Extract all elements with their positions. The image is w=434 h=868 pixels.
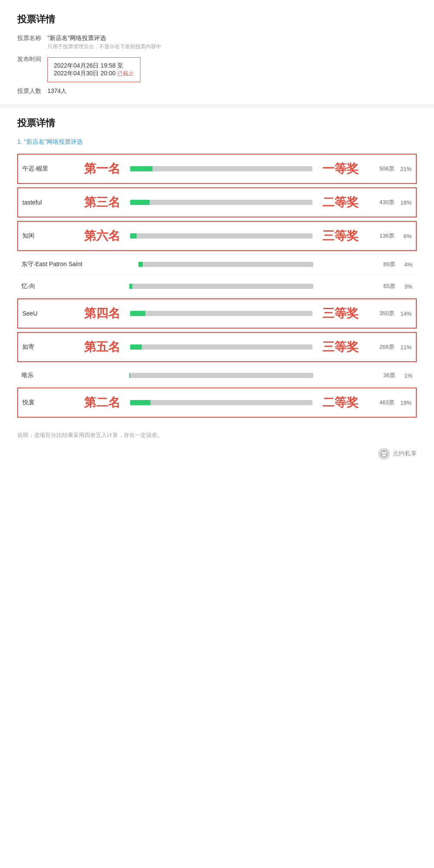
vote-count-weile: 36票 [369, 372, 395, 379]
vote-item-ruji: 如寄 第五名 三等奖 266票 11% [17, 332, 417, 362]
bar-tasteful [130, 200, 312, 205]
vote-name-note: 只用于投票管理后台，不显示在下发的投票内容中 [47, 43, 161, 50]
rank-badge-ruji: 第五名 [74, 339, 130, 355]
meta-name-row: 投票名称 "新店名"网络投票评选 只用于投票管理后台，不显示在下发的投票内容中 [17, 34, 417, 50]
bar-green-ruji [130, 344, 142, 350]
vote-name-wuyi: 午迟·岘里 [22, 165, 74, 173]
bar-gray-weile [130, 373, 313, 378]
bar-green-seeu [130, 311, 145, 316]
prize-badge-ruji: 三等奖 [312, 339, 368, 355]
question-title: 1. "新店名"网络投票评选 [17, 138, 417, 146]
bar-yixiang [129, 284, 313, 289]
bar-wuyi [130, 166, 312, 171]
bar-ruji [130, 344, 312, 350]
footer-logo: 元约私享 [378, 448, 417, 460]
name-label: 投票名称 [17, 34, 47, 42]
bar-zhixian [130, 233, 312, 239]
vote-item-zhixian: 知闲 第六名 三等奖 136票 6% [17, 221, 417, 251]
vote-name-zhixian: 知闲 [22, 232, 74, 240]
vote-name-dongshuo: 东守·East Patron Saint [22, 260, 82, 268]
vote-name-weile: 唯乐 [22, 372, 73, 379]
rank-badge-seeu: 第四名 [74, 305, 130, 322]
page-title-1: 投票详情 [17, 13, 417, 26]
vote-item-tasteful: tasteful 第三名 二等奖 430票 18% [17, 187, 417, 217]
vote-item-yixiang: 忆·向 65票 3% [17, 276, 417, 297]
vote-name-ruji: 如寄 [22, 343, 74, 351]
date-status: 已截止 [117, 70, 134, 77]
vote-name-seeu: SeeU [22, 310, 74, 317]
bar-gray-dongshuo [143, 262, 313, 267]
bar-weile [129, 373, 313, 378]
bar-gray-yixiang [132, 284, 313, 289]
vote-name-tasteful: tasteful [22, 199, 74, 206]
prize-badge-wuyi: 一等奖 [312, 161, 368, 177]
prize-badge-yuehuan: 二等奖 [312, 394, 368, 411]
rank-badge-wuyi: 第一名 [74, 161, 130, 177]
bar-green-yuehuan [130, 400, 150, 405]
vote-name-yuehuan: 悦寰 [22, 399, 74, 406]
bar-green-tasteful [130, 200, 150, 205]
vote-pct-zhixian: 6% [394, 233, 412, 239]
bar-gray-ruji [142, 344, 312, 350]
vote-list: 午迟·岘里 第一名 一等奖 506票 21% tasteful 第三名 二等奖 … [17, 154, 417, 421]
rank-badge-zhixian: 第六名 [74, 228, 130, 244]
vote-pct-yixiang: 3% [395, 283, 412, 290]
bar-gray-yuehuan [150, 400, 312, 405]
vote-pct-wuyi: 21% [394, 166, 412, 172]
vote-item-yuehuan: 悦寰 第二名 二等奖 463票 19% [17, 388, 417, 418]
bar-gray-zhixian [137, 233, 312, 239]
bar-green-wuyi [130, 166, 153, 171]
rank-badge-yuehuan: 第二名 [74, 394, 130, 411]
date-end: 2022年04月30日 20:00 已截止 [54, 70, 134, 78]
footer-text: 元约私享 [393, 450, 417, 458]
vote-pct-seeu: 14% [394, 310, 412, 317]
bar-gray-seeu [145, 311, 312, 316]
page-title-2: 投票详情 [17, 117, 417, 130]
rank-badge-tasteful: 第三名 [74, 194, 130, 211]
voters-label: 投票人数 [17, 87, 47, 95]
vote-count-seeu: 350票 [368, 310, 394, 317]
vote-pct-tasteful: 18% [394, 199, 412, 206]
vote-count-dongshuo: 89票 [369, 260, 395, 268]
vote-count-yixiang: 65票 [369, 282, 395, 290]
voters-value: 1374人 [47, 87, 67, 95]
svg-point-1 [382, 452, 384, 454]
bar-dongshuo [138, 262, 313, 267]
bar-yuehuan [130, 400, 312, 405]
bar-green-dongshuo [138, 262, 143, 267]
footer-logo-icon [378, 448, 390, 460]
svg-point-0 [380, 450, 388, 458]
prize-badge-tasteful: 二等奖 [312, 194, 368, 211]
meta-voters-row: 投票人数 1374人 [17, 87, 417, 95]
vote-count-tasteful: 430票 [368, 198, 394, 206]
prize-badge-seeu: 三等奖 [312, 305, 368, 322]
svg-point-3 [382, 455, 386, 456]
bar-green-zhixian [130, 233, 137, 239]
vote-count-zhixian: 136票 [368, 232, 394, 240]
footer: 元约私享 [17, 439, 417, 464]
vote-item-dongshuo: 东守·East Patron Saint 89票 4% [17, 254, 417, 275]
name-value-block: "新店名"网络投票评选 只用于投票管理后台，不显示在下发的投票内容中 [47, 34, 161, 50]
vote-name: "新店名"网络投票评选 [47, 34, 106, 41]
date-box: 2022年04月26日 19:58 至 2022年04月30日 20:00 已截… [47, 57, 141, 82]
vote-pct-weile: 1% [395, 372, 412, 379]
svg-point-2 [384, 452, 387, 454]
vote-item-wuyi: 午迟·岘里 第一名 一等奖 506票 21% [17, 154, 417, 184]
vote-count-ruji: 266票 [368, 343, 394, 351]
vote-pct-yuehuan: 19% [394, 400, 412, 406]
vote-detail-section: 投票详情 1. "新店名"网络投票评选 午迟·岘里 第一名 一等奖 506票 2… [17, 117, 417, 439]
note-text: 说明：选项百分比结果采用四舍五入计算，存在一定误差。 [17, 431, 417, 439]
date-start: 2022年04月26日 19:58 至 [54, 62, 134, 70]
bar-seeu [130, 311, 312, 316]
vote-name-yixiang: 忆·向 [22, 282, 73, 290]
vote-count-wuyi: 506票 [368, 165, 394, 173]
vote-item-weile: 唯乐 36票 1% [17, 366, 417, 386]
bar-green-yixiang [129, 284, 132, 289]
vote-pct-ruji: 11% [394, 344, 412, 350]
vote-item-seeu: SeeU 第四名 三等奖 350票 14% [17, 298, 417, 329]
vote-pct-dongshuo: 4% [395, 261, 412, 268]
meta-date-row: 发布时间 2022年04月26日 19:58 至 2022年04月30日 20:… [17, 56, 417, 82]
vote-count-yuehuan: 463票 [368, 399, 394, 406]
date-label: 发布时间 [17, 56, 47, 63]
bar-gray-wuyi [153, 166, 312, 171]
